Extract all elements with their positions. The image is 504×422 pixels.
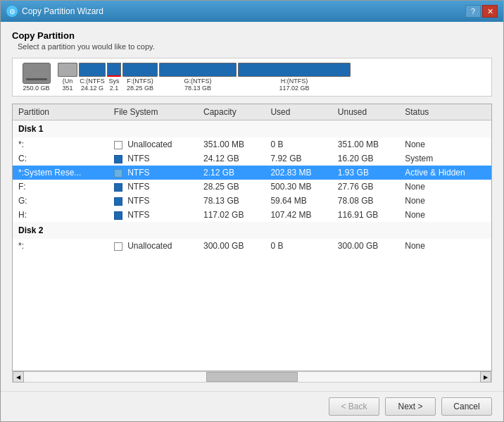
cell-unused: 16.20 GB [332,151,399,166]
cell-capacity: 24.12 GB [198,151,265,166]
partition-bar-1[interactable] [58,63,77,77]
partition-block-4[interactable]: F:(NTFS)28.25 GB [122,63,158,92]
empty-row [13,259,491,264]
next-button[interactable]: Next > [385,397,436,416]
scroll-thumb[interactable] [206,372,298,382]
partition-bar-4[interactable] [122,63,158,77]
partition-bar-6[interactable] [238,63,351,77]
cell-capacity: 117.02 GB [198,208,265,222]
cell-status: Active & Hidden [399,166,491,180]
table-row[interactable]: *: Unallocated 351.00 MB 0 B 351.00 MB N… [13,137,491,151]
partition-label-5: G:(NTFS)78.13 GB [184,77,212,92]
cell-status: None [399,137,491,151]
partition-bar-3[interactable] [107,63,121,77]
table-row[interactable]: F: NTFS 28.25 GB 500.30 MB 27.76 GB None [13,180,491,194]
disk-visual: 250.0 GB (Un351 C:(NTFS24.12 G Sys2.1 [12,58,492,97]
cell-capacity: 78.13 GB [198,194,265,208]
cell-used: 500.30 MB [265,180,332,194]
partition-label-4: F:(NTFS)28.25 GB [127,77,153,92]
cell-capacity: 28.25 GB [198,180,265,194]
cell-unused: 300.00 GB [332,239,399,253]
fs-label: NTFS [127,168,149,178]
cell-unused: 351.00 MB [332,137,399,151]
fs-icon-ntfs [114,211,122,220]
cell-status: None [399,180,491,194]
horizontal-scrollbar[interactable]: ◀ ▶ [12,371,492,383]
fs-label: NTFS [127,210,149,220]
cell-partition: *:System Rese... [13,166,108,180]
table-row[interactable]: G: NTFS 78.13 GB 59.64 MB 78.08 GB None [13,194,491,208]
disk-size-label: 250.0 GB [23,85,49,92]
cell-partition: F: [13,180,108,194]
partition-blocks: (Un351 C:(NTFS24.12 G Sys2.1 F:(NTFS)28.… [58,63,487,92]
page-subtitle: Select a partition you would like to cop… [18,42,492,51]
cell-filesystem: Unallocated [108,239,198,253]
table-header-row: Partition File System Capacity Used Unus… [13,104,491,120]
fs-label: Unallocated [127,139,172,149]
title-bar-left: ⚙ Copy Partition Wizard [6,6,103,17]
table-row-selected[interactable]: *:System Rese... NTFS 2.12 GB 202.83 MB … [13,166,491,180]
cell-partition: G: [13,194,108,208]
cell-unused: 78.08 GB [332,194,399,208]
disk2-header: Disk 2 [13,222,491,239]
content-area: Copy Partition Select a partition you wo… [1,22,503,391]
table-row[interactable]: C: NTFS 24.12 GB 7.92 GB 16.20 GB System [13,151,491,166]
partition-block-6[interactable]: H:(NTFS)117.02 GB [238,63,351,92]
cell-partition: *: [13,137,108,151]
cell-used: 59.64 MB [265,194,332,208]
cell-status: None [399,194,491,208]
fs-label: NTFS [127,196,149,206]
partition-block-3[interactable]: Sys2.1 [107,63,121,92]
scroll-track[interactable] [24,372,480,382]
disk2-label: Disk 2 [13,222,491,239]
cell-used: 0 B [265,137,332,151]
cell-used: 0 B [265,239,332,253]
fs-label: Unallocated [127,241,172,251]
partition-table: Partition File System Capacity Used Unus… [13,104,491,270]
partition-block-1[interactable]: (Un351 [58,63,77,92]
partition-label-2: C:(NTFS24.12 G [80,77,105,92]
header-section: Copy Partition Select a partition you wo… [12,30,492,51]
cell-capacity: 2.12 GB [198,166,265,180]
partition-bar-5[interactable] [159,63,237,77]
scroll-left-arrow[interactable]: ◀ [13,371,24,383]
table-row[interactable]: H: NTFS 117.02 GB 107.42 MB 116.91 GB No… [13,208,491,222]
cell-partition: H: [13,208,108,222]
cell-partition: *: [13,239,108,253]
fs-icon-ntfs [114,197,122,206]
col-capacity: Capacity [198,104,265,120]
cell-unused: 1.93 GB [332,166,399,180]
partition-bar-2[interactable] [79,63,106,77]
disk-icon [23,63,51,84]
fs-icon-unalloc [114,242,122,251]
table-row[interactable]: *: Unallocated 300.00 GB 0 B 300.00 GB N… [13,239,491,253]
cell-filesystem: NTFS [108,194,198,208]
back-button[interactable]: < Back [329,397,379,416]
cell-status: None [399,208,491,222]
partition-block-5[interactable]: G:(NTFS)78.13 GB [159,63,237,92]
cell-capacity: 351.00 MB [198,137,265,151]
partition-table-container[interactable]: Partition File System Capacity Used Unus… [12,104,492,371]
partition-label-6: H:(NTFS)117.02 GB [279,77,309,92]
disk1-label: Disk 1 [13,120,491,138]
cell-used: 107.42 MB [265,208,332,222]
col-unused: Unused [332,104,399,120]
scroll-right-arrow[interactable]: ▶ [480,371,491,383]
col-status: Status [399,104,491,120]
fs-label: NTFS [127,154,149,163]
bottom-bar: < Back Next > Cancel [1,391,503,421]
help-button[interactable]: ? [465,5,481,18]
cancel-button[interactable]: Cancel [441,397,492,416]
col-partition: Partition [13,104,108,120]
col-used: Used [265,104,332,120]
disk1-header: Disk 1 [13,120,491,138]
close-button[interactable]: ✕ [482,5,498,18]
cell-unused: 116.91 GB [332,208,399,222]
partition-block-2[interactable]: C:(NTFS24.12 G [79,63,106,92]
cell-filesystem: Unallocated [108,137,198,151]
cell-capacity: 300.00 GB [198,239,265,253]
col-filesystem: File System [108,104,198,120]
window-title: Copy Partition Wizard [22,6,103,16]
fs-label: NTFS [127,182,149,192]
title-buttons: ? ✕ [465,5,498,18]
